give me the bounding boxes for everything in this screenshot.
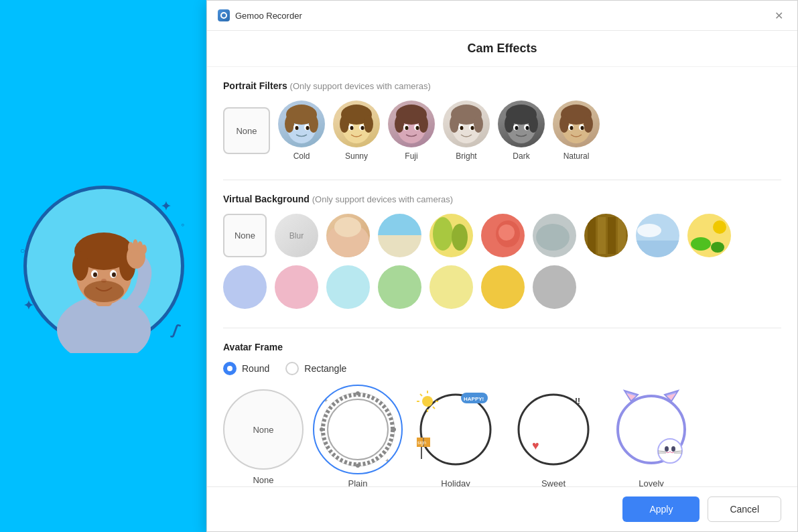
svg-line-103 [433, 407, 435, 409]
filter-bright[interactable]: Bright [443, 101, 490, 161]
svg-point-9 [112, 273, 116, 277]
frame-lovely-label: Lovely [639, 478, 664, 486]
frame-plain-label: Plain [348, 478, 368, 486]
vbg-color-7[interactable] [533, 265, 576, 309]
filter-fuji[interactable]: Fuji [388, 101, 435, 161]
filter-fuji-label: Fuji [405, 151, 417, 161]
radio-round[interactable]: Round [223, 362, 269, 375]
svg-line-102 [420, 394, 422, 396]
svg-text:sign: sign [417, 440, 426, 446]
filter-bright-label: Bright [456, 151, 476, 161]
filter-bright-face [443, 101, 490, 147]
filter-sunny[interactable]: Sunny [333, 101, 380, 161]
svg-point-86 [711, 242, 724, 253]
svg-point-69 [452, 224, 468, 251]
svg-point-39 [405, 126, 409, 130]
frame-none-label: None [253, 475, 273, 485]
frames-row: None None [223, 386, 781, 486]
svg-text:HAPPY!: HAPPY! [464, 396, 484, 402]
svg-rect-78 [608, 217, 616, 254]
frame-holiday-container: HAPPY! sign [412, 386, 499, 473]
vbg-color-5[interactable] [429, 265, 473, 309]
svg-point-48 [471, 126, 474, 130]
svg-rect-76 [588, 217, 596, 254]
svg-point-20 [309, 115, 318, 133]
app-name: Gemoo Recorder [235, 11, 302, 21]
filter-cold[interactable]: Cold [278, 101, 325, 161]
vbg-image-2[interactable] [378, 214, 421, 257]
frame-holiday[interactable]: HAPPY! sign Holiday [412, 386, 499, 486]
svg-text:✦: ✦ [323, 397, 328, 404]
svg-point-44 [474, 115, 483, 133]
vbg-image-3[interactable] [429, 214, 473, 257]
vbg-color-4[interactable] [378, 265, 421, 309]
svg-point-40 [416, 126, 419, 130]
virtual-bg-title: Virtual Background (Only support devices… [223, 194, 781, 204]
svg-point-66 [334, 217, 361, 237]
svg-point-72 [498, 224, 515, 241]
deco-swirl-2: ʃ [170, 322, 180, 340]
vbg-image-6[interactable] [584, 214, 628, 257]
svg-point-92 [356, 464, 360, 468]
svg-rect-81 [636, 241, 679, 257]
svg-text:!!: !! [575, 397, 580, 406]
frame-holiday-label: Holiday [441, 478, 470, 486]
svg-text:♥: ♥ [532, 439, 539, 452]
frame-plain-container: ✦ ✦ [314, 386, 401, 473]
vbg-image-4[interactable] [481, 214, 525, 257]
radio-rectangle[interactable]: Rectangle [285, 362, 346, 375]
filter-dark[interactable]: Dark [498, 101, 545, 161]
svg-point-55 [515, 126, 519, 130]
frame-lovely-container [608, 386, 695, 473]
dialog-titlebar: Gemoo Recorder ✕ [207, 1, 797, 31]
svg-point-60 [584, 115, 593, 133]
close-button[interactable]: ✕ [771, 7, 787, 23]
svg-point-91 [392, 427, 396, 431]
filter-natural-label: Natural [563, 151, 590, 161]
filter-none[interactable]: None [223, 107, 270, 154]
vbg-color-2[interactable] [275, 265, 318, 309]
vbg-color-row [223, 265, 781, 309]
dialog-title: Cam Effects [218, 42, 787, 56]
svg-point-31 [350, 126, 354, 130]
frame-none[interactable]: None None [223, 389, 304, 485]
avatar-frame-title: Avatar Frame [223, 342, 781, 352]
filter-natural[interactable]: Natural [553, 101, 600, 161]
filter-sunny-face [333, 101, 380, 147]
vbg-color-3[interactable] [326, 265, 370, 309]
avatar-preview: ʃ ✦ ◦ ✦ ʃ ○ [17, 179, 191, 353]
svg-point-93 [320, 427, 324, 431]
frame-sweet[interactable]: !! ♥ Sweet [510, 386, 597, 486]
vbg-color-6[interactable] [481, 265, 525, 309]
svg-rect-79 [618, 217, 626, 254]
frame-plain[interactable]: ✦ ✦ Plain [314, 386, 401, 486]
titlebar-left: Gemoo Recorder [218, 9, 302, 21]
svg-point-74 [536, 224, 570, 251]
radio-rectangle-circle [285, 362, 299, 375]
cancel-button[interactable]: Cancel [708, 496, 781, 522]
vbg-image-8[interactable] [687, 214, 731, 257]
frame-lovely[interactable]: Lovely [608, 386, 695, 486]
svg-point-84 [713, 220, 726, 234]
frame-radio-row: Round Rectangle [223, 362, 781, 375]
vbg-blur[interactable]: Blur [275, 214, 318, 257]
filter-cold-face [278, 101, 325, 147]
virtual-background-section: Virtual Background (Only support devices… [223, 194, 781, 309]
svg-point-120 [671, 446, 675, 452]
filter-none-box: None [223, 107, 270, 154]
svg-point-23 [295, 126, 299, 130]
vbg-color-1[interactable] [223, 265, 267, 309]
apply-button[interactable]: Apply [622, 496, 700, 522]
dialog-header: Cam Effects [207, 31, 797, 67]
svg-point-97 [422, 396, 433, 407]
portrait-filters-section: Portrait Filters (Only support devices w… [223, 80, 781, 161]
svg-point-59 [559, 115, 569, 133]
svg-point-8 [93, 273, 97, 277]
portrait-filters-title: Portrait Filters (Only support devices w… [223, 80, 781, 91]
divider-1 [223, 180, 781, 180]
vbg-none[interactable]: None [223, 214, 267, 257]
vbg-image-1[interactable] [326, 214, 370, 257]
dialog-body: Portrait Filters (Only support devices w… [207, 67, 797, 486]
vbg-image-5[interactable] [533, 214, 576, 257]
vbg-image-7[interactable] [636, 214, 679, 257]
